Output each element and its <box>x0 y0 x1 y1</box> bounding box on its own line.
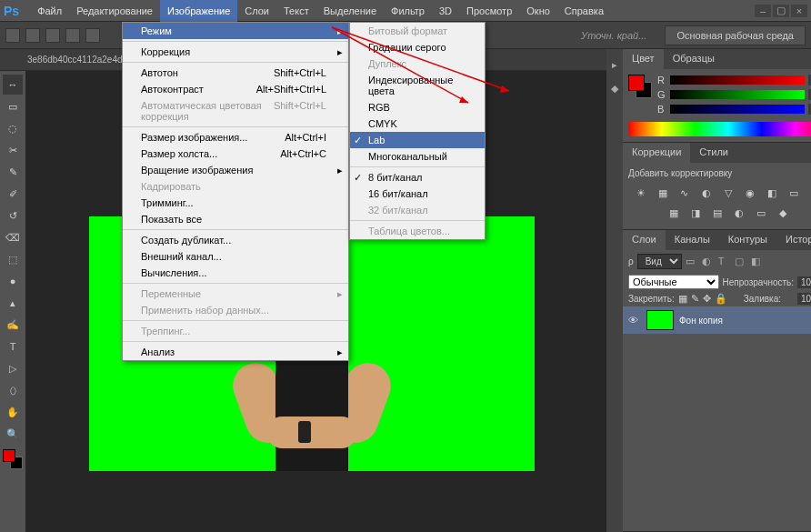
menu-filter[interactable]: Фильтр <box>384 0 432 22</box>
opt-icon-3[interactable] <box>65 28 80 43</box>
menu-layers[interactable]: Слои <box>237 0 276 22</box>
menu-3d[interactable]: 3D <box>432 0 459 22</box>
menu-item[interactable]: 16 бит/канал <box>350 186 485 202</box>
menu-item[interactable]: Анализ▸ <box>123 344 348 360</box>
maximize-icon[interactable]: ▢ <box>773 5 789 17</box>
adj-mixer-icon[interactable]: ⬚ <box>807 186 811 200</box>
menu-image[interactable]: Изображение <box>160 0 237 22</box>
filter-smart-icon[interactable]: ◧ <box>751 256 764 268</box>
tab-layers[interactable]: Слои <box>623 230 666 250</box>
tab-adjustments[interactable]: Коррекции <box>623 143 690 163</box>
tab-history[interactable]: История <box>776 230 811 250</box>
opacity-value[interactable]: 100% <box>797 276 811 288</box>
tool-9[interactable]: ● <box>3 271 23 291</box>
r-slider[interactable] <box>670 75 805 85</box>
tool-11[interactable]: ✍ <box>3 315 23 335</box>
r-value[interactable]: 6 <box>808 75 811 85</box>
tab-swatches[interactable]: Образцы <box>664 49 724 69</box>
adj-levels-icon[interactable]: ▦ <box>655 186 671 200</box>
adj-poster-icon[interactable]: ▤ <box>709 206 726 220</box>
menu-item[interactable]: Режим▸ <box>123 23 348 39</box>
menu-item[interactable]: RGB <box>350 99 485 115</box>
g-slider[interactable] <box>670 90 805 99</box>
layer-name[interactable]: Фон копия <box>679 316 723 326</box>
tool-8[interactable]: ⬚ <box>3 249 23 269</box>
visibility-icon[interactable]: 👁 <box>628 315 641 326</box>
tool-10[interactable]: ▴ <box>3 293 23 313</box>
tool-preset-icon[interactable] <box>5 28 20 43</box>
tool-3[interactable]: ✂ <box>3 140 23 160</box>
color-swatch[interactable] <box>628 75 652 98</box>
menu-item[interactable]: Градации серого <box>350 39 485 55</box>
layer-thumb[interactable] <box>646 310 674 330</box>
rail-icon-2[interactable]: ◆ <box>606 80 623 96</box>
tool-13[interactable]: ▷ <box>3 358 23 378</box>
adj-brightness-icon[interactable]: ☀ <box>633 186 649 200</box>
menu-item[interactable]: Вычисления... <box>123 265 348 281</box>
menu-item[interactable]: Внешний канал... <box>123 248 348 265</box>
opt-icon-2[interactable] <box>45 28 60 43</box>
lock-move-icon[interactable]: ✥ <box>703 293 711 305</box>
tab-styles[interactable]: Стили <box>690 143 737 163</box>
menu-item[interactable]: АвтотонShift+Ctrl+L <box>123 65 348 81</box>
adj-thresh-icon[interactable]: ◐ <box>731 206 747 220</box>
refine-edge-button[interactable]: Уточн. край... <box>581 30 646 41</box>
spectrum-ramp[interactable] <box>628 122 811 136</box>
menu-item[interactable]: Многоканальный <box>350 148 485 165</box>
tool-12[interactable]: T <box>3 336 23 356</box>
b-value[interactable]: 6 <box>808 104 811 115</box>
b-slider[interactable] <box>670 105 805 114</box>
adj-curves-icon[interactable]: ∿ <box>676 186 693 200</box>
lock-trans-icon[interactable]: ▦ <box>678 293 687 305</box>
filter-pixel-icon[interactable]: ▭ <box>686 256 698 268</box>
filter-type-icon[interactable]: T <box>718 256 731 268</box>
menu-item[interactable]: Создать дубликат... <box>123 232 348 248</box>
rail-icon-1[interactable]: ▸ <box>606 56 623 73</box>
tool-1[interactable]: ▭ <box>3 96 23 116</box>
menu-file[interactable]: Файл <box>30 0 69 22</box>
adj-sel-icon[interactable]: ◆ <box>775 206 791 220</box>
g-value[interactable]: 6 <box>808 89 811 100</box>
minimize-icon[interactable]: – <box>755 5 771 17</box>
adj-photo-icon[interactable]: ▭ <box>786 186 802 200</box>
tool-15[interactable]: ✋ <box>3 402 23 422</box>
tab-paths[interactable]: Контуры <box>719 230 776 250</box>
tool-5[interactable]: ✐ <box>3 184 23 204</box>
tool-6[interactable]: ↺ <box>3 206 23 226</box>
menu-item[interactable]: Показать все <box>123 211 348 227</box>
fill-value[interactable]: 100% <box>797 293 811 305</box>
tool-4[interactable]: ✎ <box>3 162 23 182</box>
workspace-switcher[interactable]: Основная рабочая среда <box>665 25 806 45</box>
lock-paint-icon[interactable]: ✎ <box>691 293 699 305</box>
tool-14[interactable]: ⬯ <box>3 380 23 400</box>
blend-mode-select[interactable]: Обычные <box>628 275 719 289</box>
menu-help[interactable]: Справка <box>557 0 611 22</box>
menu-item[interactable]: АвтоконтрастAlt+Shift+Ctrl+L <box>123 81 348 97</box>
adj-bw-icon[interactable]: ◧ <box>764 186 780 200</box>
tab-color[interactable]: Цвет <box>623 49 664 69</box>
layer-item[interactable]: 👁 Фон копия <box>623 306 811 334</box>
menu-item[interactable]: ✓Lab <box>350 132 485 148</box>
menu-item[interactable]: Размер холста...Alt+Ctrl+C <box>123 146 348 162</box>
filter-adj-icon[interactable]: ◐ <box>702 256 715 268</box>
adj-hue-icon[interactable]: ◉ <box>742 186 758 200</box>
opt-icon-4[interactable] <box>85 28 100 43</box>
filter-shape-icon[interactable]: ▢ <box>735 256 747 268</box>
menu-item[interactable]: Тримминг... <box>123 195 348 211</box>
menu-item[interactable]: ✓8 бит/канал <box>350 169 485 186</box>
tool-2[interactable]: ◌ <box>3 118 23 138</box>
menu-view[interactable]: Просмотр <box>459 0 519 22</box>
tool-7[interactable]: ⌫ <box>3 227 23 247</box>
layer-kind-select[interactable]: Вид <box>637 254 682 269</box>
menu-edit[interactable]: Редактирование <box>69 0 160 22</box>
menu-item[interactable]: Вращение изображения▸ <box>123 162 348 178</box>
adj-grad-icon[interactable]: ▭ <box>753 206 769 220</box>
tool-0[interactable]: ↔ <box>3 75 23 95</box>
adj-exposure-icon[interactable]: ◐ <box>698 186 715 200</box>
menu-item[interactable]: CMYK <box>350 115 485 132</box>
menu-window[interactable]: Окно <box>519 0 557 22</box>
opt-icon-1[interactable] <box>25 28 40 43</box>
adj-vibrance-icon[interactable]: ▽ <box>720 186 736 200</box>
menu-item[interactable]: Коррекция▸ <box>123 44 348 60</box>
lock-all-icon[interactable]: 🔒 <box>715 293 727 305</box>
